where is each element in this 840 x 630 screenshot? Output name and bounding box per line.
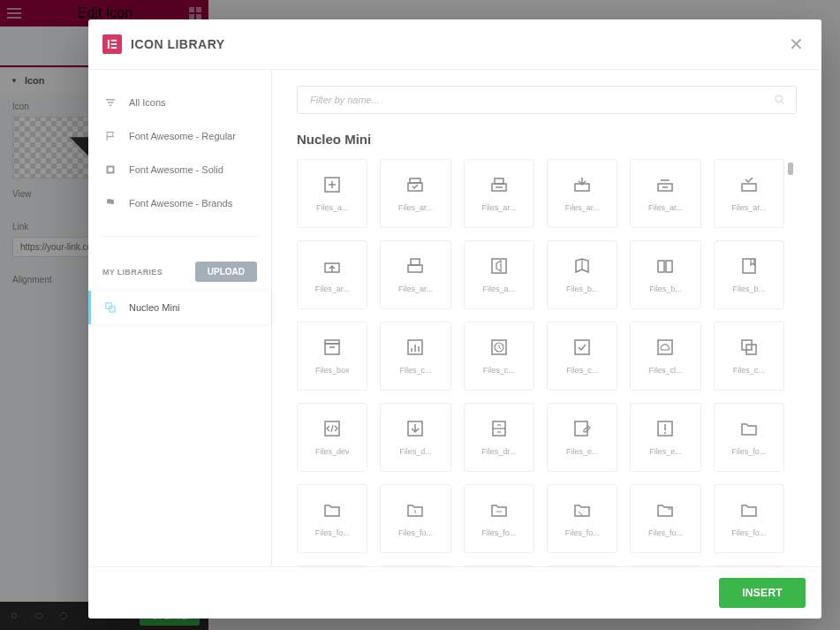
icon-card[interactable]: Files_dr... [464,403,534,472]
nav-nucleo-mini[interactable]: Nucleo Mini [88,291,271,324]
icon-card[interactable]: Files_fo... [547,484,617,553]
icon-card[interactable]: Files_c... [547,322,617,391]
square-icon [104,163,117,176]
nav-fa-solid[interactable]: Font Awesome - Solid [88,153,271,186]
icon-card[interactable]: Files_fo... [380,484,450,553]
svg-rect-55 [111,47,117,49]
icon-card-label: Files_cl... [648,366,682,375]
icon-card[interactable]: Files_ar... [464,159,534,228]
svg-rect-62 [110,307,115,312]
flag-solid-icon [104,197,117,209]
library-icon [104,301,117,314]
icon-card[interactable] [630,565,700,566]
icon-card[interactable]: Files_c... [380,322,450,391]
icon-card-label: Files_a... [316,203,349,212]
folder4-icon [489,500,509,520]
icon-card-label: Files_e... [649,447,682,456]
nav-divider [102,236,257,237]
archive-out-icon [655,175,675,194]
icon-card[interactable]: Files_c... [714,322,784,391]
folder2-icon [322,500,342,520]
icon-card-label: Files_b... [566,285,599,293]
icon-card[interactable]: Files_e... [630,403,700,472]
icon-card-label: Files_fo... [731,528,766,537]
folder7-icon [739,500,759,520]
icon-card[interactable]: Files_b... [547,240,617,309]
icon-card[interactable]: Files_b... [714,240,784,309]
icon-card[interactable] [380,565,450,566]
icon-card-label: Files_d... [399,447,432,456]
icon-card-label: Files_ar... [731,203,766,212]
icon-card[interactable]: Files_e... [547,403,617,472]
icon-card-label: Files_b... [733,285,766,293]
chart-icon [405,338,425,357]
icon-card[interactable]: Files_ar... [630,159,700,228]
icon-card[interactable]: Files_ar... [297,240,367,309]
icon-card[interactable] [464,565,534,566]
modal-footer: INSERT [88,566,821,619]
svg-rect-60 [108,167,112,171]
svg-rect-61 [106,303,111,308]
icon-card[interactable]: Files_d... [380,403,450,472]
icon-card[interactable] [714,565,784,566]
icon-card-label: Files_dev [315,447,350,456]
icon-card-label: Files_fo... [315,528,350,537]
edit-icon [572,419,592,438]
svg-rect-52 [108,40,110,49]
archive-tick-icon [739,175,759,194]
icon-card-label: Files_ar... [648,203,683,212]
insert-button[interactable]: INSERT [719,578,806,608]
icon-card[interactable]: Files_ar... [547,159,617,228]
search-wrap [297,86,797,114]
box-icon [322,338,342,357]
icon-card-label: Files_fo... [565,528,600,537]
bookmark-icon [739,256,759,276]
svg-rect-53 [111,40,117,42]
icon-card[interactable]: Files_fo... [297,484,367,553]
icon-card-label: Files_dr... [481,447,516,456]
nav-all-icons[interactable]: All Icons [88,86,271,119]
icon-card[interactable]: Files_box [297,322,367,391]
error-icon [655,419,675,438]
folder-icon [739,419,759,438]
icon-card-label: Files_fo... [731,447,766,456]
close-button[interactable]: ✕ [785,30,807,58]
drawer-icon [489,419,509,438]
icon-card-label: Files_e... [566,447,599,456]
collection-title: Nucleo Mini [297,132,797,147]
icon-card[interactable]: Files_dev [297,403,367,472]
icon-card[interactable]: Files_fo... [714,484,784,553]
icon-grid-wrap[interactable]: Files_a...Files_ar...Files_ar...Files_ar… [297,159,797,566]
icon-card[interactable]: Files_fo... [630,484,700,553]
nav-fa-regular[interactable]: Font Awesome - Regular [88,119,271,153]
upload-button[interactable]: UPLOAD [195,262,257,282]
icon-card[interactable]: Files_a... [297,159,367,228]
clock-icon [489,338,509,357]
folder3-icon [405,500,425,520]
cloud-icon [655,338,675,357]
svg-point-63 [776,95,783,102]
icon-card[interactable]: Files_cl... [630,322,700,391]
dev-icon [322,419,342,438]
icon-card-label: Files_fo... [398,528,433,537]
icon-card[interactable]: Files_b... [630,240,700,309]
icon-card[interactable]: Files_fo... [464,484,534,553]
icon-card-label: Files_b... [649,285,682,293]
folder5-icon [572,500,592,520]
scrollbar-thumb[interactable] [788,163,793,175]
icon-card[interactable] [547,565,617,566]
icon-card[interactable]: Files_ar... [380,240,450,309]
icon-card-label: Files_c... [399,366,431,375]
nav-fa-brands[interactable]: Font Awesome - Brands [88,186,271,220]
copy-icon [739,338,759,357]
icon-card[interactable]: Files_fo... [714,403,784,472]
icon-card[interactable]: Files_a... [464,240,534,309]
search-input[interactable] [297,86,797,114]
icon-card[interactable]: Files_ar... [380,159,450,228]
icon-card-label: Files_ar... [315,285,350,293]
icon-card[interactable]: Files_c... [464,322,534,391]
icon-card[interactable]: Files_ar... [714,159,784,228]
icon-card[interactable] [297,565,367,566]
svg-rect-54 [111,43,117,45]
icon-card-label: Files_a... [483,285,516,293]
